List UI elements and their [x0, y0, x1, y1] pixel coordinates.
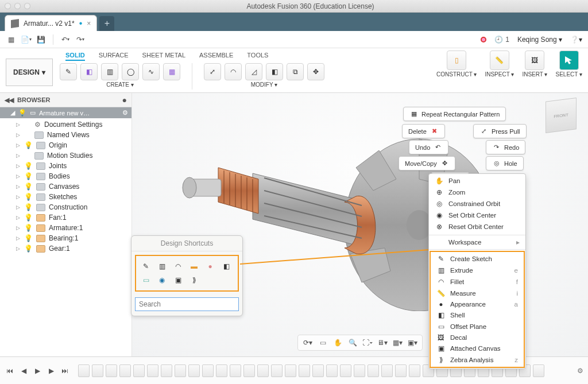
- minimize-window-icon[interactable]: [14, 3, 21, 9]
- timeline-feature[interactable]: [409, 364, 420, 377]
- tab-sheet-metal[interactable]: SHEET METAL: [142, 52, 185, 61]
- shell-icon[interactable]: ◧: [266, 63, 283, 80]
- shortcut-decal-icon[interactable]: ◉: [157, 275, 167, 285]
- data-panel-icon[interactable]: ▦: [6, 34, 16, 45]
- visibility-icon[interactable]: 💡: [24, 141, 33, 149]
- browser-item[interactable]: ▷💡Canvases: [0, 181, 131, 192]
- timeline-feature[interactable]: [175, 364, 186, 377]
- timeline-feature[interactable]: [216, 364, 227, 377]
- close-tab-icon[interactable]: ×: [87, 20, 91, 28]
- loft-icon[interactable]: ▦: [163, 63, 180, 80]
- create-sketch-icon[interactable]: ✎: [60, 63, 77, 80]
- timeline-feature[interactable]: [312, 364, 324, 377]
- tab-tools[interactable]: TOOLS: [247, 52, 268, 61]
- pan-icon[interactable]: ✋: [332, 338, 343, 348]
- expand-icon[interactable]: ▷: [16, 204, 21, 210]
- timeline-feature[interactable]: [230, 364, 241, 377]
- browser-item[interactable]: ▷Named Views: [0, 130, 131, 140]
- help-icon[interactable]: ❔▾: [570, 36, 582, 44]
- browser-item[interactable]: ▷💡Sketches: [0, 192, 131, 202]
- visibility-icon[interactable]: 💡: [24, 193, 33, 201]
- timeline-feature[interactable]: [106, 364, 117, 377]
- tab-surface[interactable]: SURFACE: [99, 52, 129, 61]
- timeline-feature[interactable]: [133, 364, 145, 377]
- expand-icon[interactable]: ▷: [16, 246, 21, 251]
- timeline-feature[interactable]: [243, 364, 255, 377]
- timeline-feature[interactable]: [368, 364, 379, 377]
- orbit-icon[interactable]: ⟳▾: [303, 338, 313, 348]
- expand-icon[interactable]: ▷: [16, 184, 21, 189]
- expand-icon[interactable]: ▷: [16, 235, 21, 241]
- viewports-icon[interactable]: ▣▾: [407, 338, 417, 348]
- expand-icon[interactable]: ▷: [16, 142, 21, 148]
- visibility-icon[interactable]: 💡: [24, 172, 33, 180]
- delete-button[interactable]: Delete✖: [402, 124, 445, 138]
- expand-icon[interactable]: ▷: [16, 122, 21, 127]
- timeline-feature[interactable]: [395, 364, 407, 377]
- extrude-icon[interactable]: ▥: [101, 63, 118, 80]
- root-settings-icon[interactable]: ⚙: [122, 109, 128, 117]
- new-tab-button[interactable]: +: [99, 16, 114, 31]
- browser-item[interactable]: ▷💡Gear:1: [0, 243, 131, 254]
- ctx-fillet[interactable]: ◠Filletf: [431, 276, 524, 288]
- undo-icon[interactable]: ↶▾: [60, 34, 71, 45]
- timeline-feature[interactable]: [147, 364, 158, 377]
- fit-icon[interactable]: ⛶▾: [362, 338, 373, 348]
- insert-icon[interactable]: 🖼: [525, 51, 544, 70]
- press-pull-button[interactable]: ⤢Press Pull: [473, 124, 527, 138]
- expand-icon[interactable]: ▷: [16, 194, 21, 200]
- visibility-icon[interactable]: 💡: [24, 224, 33, 232]
- create-form-icon[interactable]: ◧: [80, 63, 98, 80]
- browser-item[interactable]: ▷💡Origin: [0, 140, 131, 150]
- shortcut-zebra-icon[interactable]: ⟫: [189, 275, 199, 285]
- sweep-icon[interactable]: ∿: [142, 63, 160, 80]
- ctx-constrained-orbit[interactable]: ◎Constrained Orbit: [429, 198, 525, 210]
- shortcut-attached-canvas-icon[interactable]: ▣: [173, 275, 183, 285]
- timeline-feature[interactable]: [533, 364, 544, 377]
- display-settings-icon[interactable]: 🖥▾: [377, 338, 388, 348]
- shortcut-shell-icon[interactable]: ◧: [221, 261, 231, 271]
- timeline-feature[interactable]: [299, 364, 310, 377]
- repeat-last-button[interactable]: ▦Repeat Rectangular Pattern: [403, 107, 506, 121]
- look-at-icon[interactable]: ▭: [318, 338, 328, 348]
- ctx-offset-plane[interactable]: ▭Offset Plane: [431, 321, 524, 332]
- timeline-feature[interactable]: [202, 364, 214, 377]
- browser-header[interactable]: ◀◀ BROWSER ●: [0, 93, 131, 107]
- job-status[interactable]: 🕘 1: [494, 36, 509, 44]
- visibility-icon[interactable]: 💡: [24, 214, 33, 222]
- shortcut-extrude-icon[interactable]: ▥: [157, 261, 167, 271]
- browser-options-icon[interactable]: ●: [122, 95, 127, 104]
- move-copy-button[interactable]: Move/Copy✥: [399, 156, 455, 170]
- timeline-settings-icon[interactable]: ⚙: [577, 367, 583, 375]
- view-cube[interactable]: FRONT: [546, 98, 577, 133]
- file-menu-icon[interactable]: 📄▾: [21, 34, 31, 45]
- grid-icon[interactable]: ▦▾: [392, 338, 403, 348]
- ctx-appearance[interactable]: ●Appearancea: [431, 299, 524, 309]
- browser-item[interactable]: ▷💡Joints: [0, 161, 131, 171]
- collapse-browser-icon[interactable]: ◀◀: [5, 96, 14, 104]
- workspace-submenu[interactable]: Workspace▸: [429, 236, 525, 248]
- timeline-feature[interactable]: [381, 364, 393, 377]
- fillet-icon[interactable]: ◠: [225, 63, 242, 80]
- ctx-extrude[interactable]: ▥Extrudee: [431, 265, 524, 276]
- timeline-feature[interactable]: [92, 364, 103, 377]
- expand-icon[interactable]: ▷: [16, 163, 21, 169]
- save-icon[interactable]: 💾: [36, 34, 46, 45]
- ctx-decal[interactable]: 🖼Decal: [431, 332, 524, 343]
- expand-icon[interactable]: ▷: [16, 225, 21, 231]
- tab-solid[interactable]: SOLID: [65, 52, 85, 61]
- browser-item[interactable]: ▷💡Armature:1: [0, 223, 131, 233]
- timeline-fwd-icon[interactable]: ▶: [46, 366, 56, 376]
- chamfer-icon[interactable]: ◿: [245, 63, 262, 80]
- visibility-icon[interactable]: 💡: [24, 162, 33, 170]
- document-tab[interactable]: Armatur... v2 v1* • ×: [5, 15, 97, 31]
- browser-item[interactable]: ▷Motion Studies: [0, 150, 131, 161]
- expand-icon[interactable]: ▷: [16, 215, 21, 220]
- timeline-feature[interactable]: [78, 364, 90, 377]
- timeline-feature[interactable]: [354, 364, 365, 377]
- press-pull-icon[interactable]: ⤢: [204, 63, 221, 80]
- user-menu[interactable]: Keqing Song ▾: [517, 36, 562, 44]
- timeline-feature[interactable]: [326, 364, 338, 377]
- timeline-end-icon[interactable]: ⏭: [60, 366, 70, 376]
- close-window-icon[interactable]: [5, 3, 11, 9]
